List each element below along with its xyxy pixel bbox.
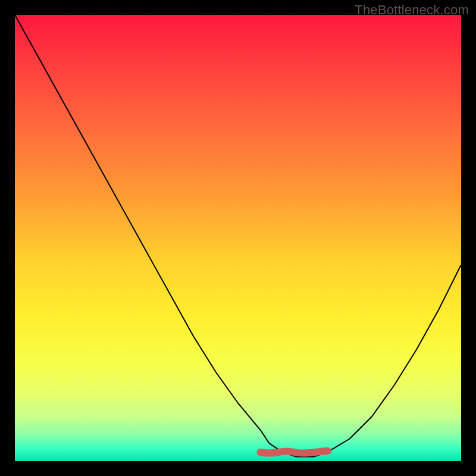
chart-overlay (15, 15, 461, 461)
watermark-text: TheBottleneck.com (355, 2, 469, 18)
bottleneck-curve (15, 15, 461, 457)
chart-frame: TheBottleneck.com (0, 0, 476, 476)
bottleneck-region-marker (261, 451, 328, 453)
